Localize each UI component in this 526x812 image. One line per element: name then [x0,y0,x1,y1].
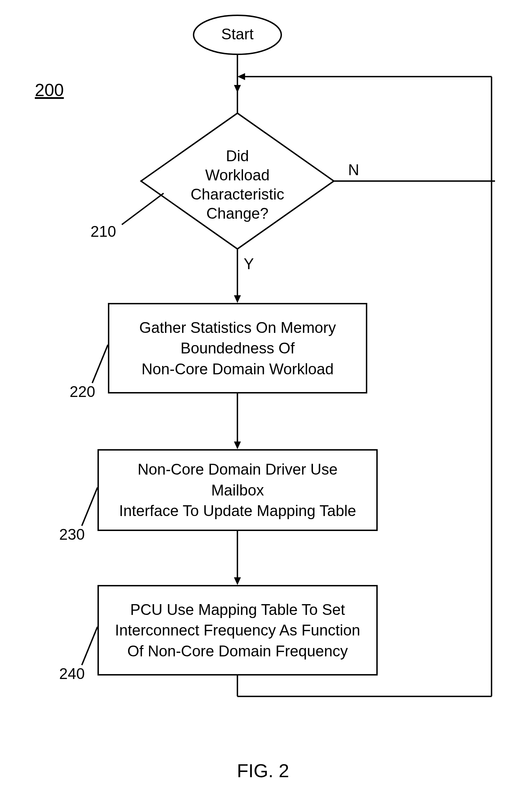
ref-240: 240 [59,665,85,682]
start-label: Start [192,24,283,44]
ref-230: 230 [59,526,85,543]
process-step-230: Non-Core Domain Driver Use Mailbox Inter… [97,449,378,531]
flowchart-canvas: 200 Start Did Workload Characteristic Ch… [0,0,526,812]
feedback-merge-line [237,73,492,80]
svg-line-7 [122,193,164,225]
decision-text: Did Workload Characteristic Change? [164,146,311,223]
figure-reference-200: 200 [35,80,64,100]
arrow-decision-to-step1 [234,249,241,303]
svg-line-18 [82,627,97,665]
arrow-step2-to-step3 [234,531,241,585]
svg-marker-11 [234,295,241,303]
figure-caption: FIG. 2 [0,759,526,783]
decision-no-label: N [348,160,359,179]
process-step-220: Gather Statistics On Memory Boundedness … [108,303,367,393]
feedback-vertical [488,73,495,696]
ref-210: 210 [91,223,116,240]
decision-yes-label: Y [244,254,254,273]
svg-line-12 [92,345,108,383]
no-branch-horizontal [334,178,495,185]
svg-marker-17 [234,577,241,585]
ref-220: 220 [70,383,95,400]
feedback-from-step3 [234,676,495,700]
ref-230-leader [82,487,99,526]
arrow-step1-to-step2 [234,393,241,449]
svg-marker-4 [237,73,245,80]
ref-240-leader [82,627,99,665]
ref-210-leader [122,193,164,225]
ref-220-leader [92,345,110,383]
svg-line-15 [82,487,97,526]
svg-marker-14 [234,442,241,449]
process-step-240: PCU Use Mapping Table To Set Interconnec… [97,585,378,676]
